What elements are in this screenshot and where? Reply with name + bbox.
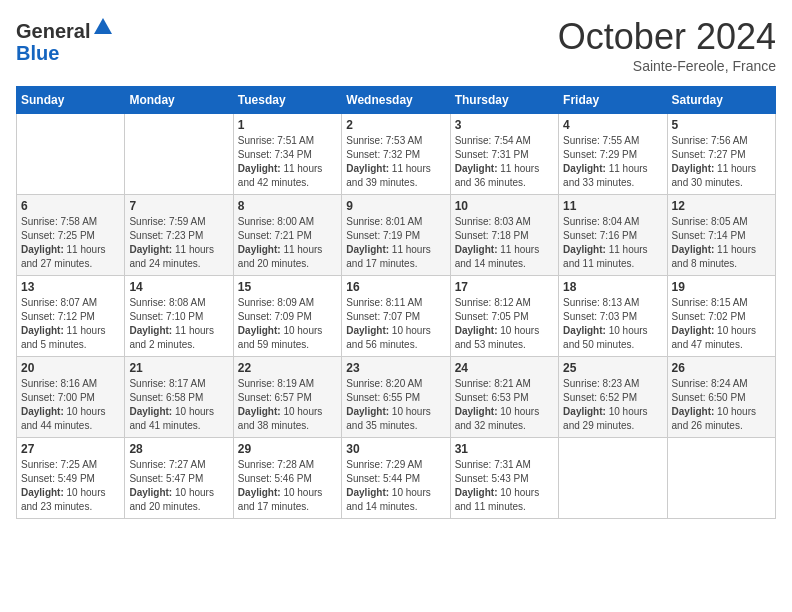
calendar-cell: 31Sunrise: 7:31 AMSunset: 5:43 PMDayligh…: [450, 438, 558, 519]
day-number: 5: [672, 118, 771, 132]
header-thursday: Thursday: [450, 87, 558, 114]
header-friday: Friday: [559, 87, 667, 114]
svg-marker-0: [94, 18, 112, 34]
day-info: Sunrise: 7:55 AMSunset: 7:29 PMDaylight:…: [563, 134, 662, 190]
day-info: Sunrise: 8:20 AMSunset: 6:55 PMDaylight:…: [346, 377, 445, 433]
day-info: Sunrise: 7:28 AMSunset: 5:46 PMDaylight:…: [238, 458, 337, 514]
day-number: 2: [346, 118, 445, 132]
day-number: 10: [455, 199, 554, 213]
logo-icon: [92, 16, 114, 38]
calendar-cell: 1Sunrise: 7:51 AMSunset: 7:34 PMDaylight…: [233, 114, 341, 195]
calendar-cell: 7Sunrise: 7:59 AMSunset: 7:23 PMDaylight…: [125, 195, 233, 276]
day-number: 7: [129, 199, 228, 213]
calendar-cell: 6Sunrise: 7:58 AMSunset: 7:25 PMDaylight…: [17, 195, 125, 276]
calendar-cell: 30Sunrise: 7:29 AMSunset: 5:44 PMDayligh…: [342, 438, 450, 519]
day-number: 12: [672, 199, 771, 213]
calendar-cell: [17, 114, 125, 195]
calendar-cell: 26Sunrise: 8:24 AMSunset: 6:50 PMDayligh…: [667, 357, 775, 438]
calendar-week-row: 20Sunrise: 8:16 AMSunset: 7:00 PMDayligh…: [17, 357, 776, 438]
calendar-cell: 11Sunrise: 8:04 AMSunset: 7:16 PMDayligh…: [559, 195, 667, 276]
day-number: 23: [346, 361, 445, 375]
day-number: 21: [129, 361, 228, 375]
days-of-week-row: Sunday Monday Tuesday Wednesday Thursday…: [17, 87, 776, 114]
day-info: Sunrise: 8:08 AMSunset: 7:10 PMDaylight:…: [129, 296, 228, 352]
day-number: 18: [563, 280, 662, 294]
header-monday: Monday: [125, 87, 233, 114]
logo-blue-text: Blue: [16, 42, 59, 64]
calendar-cell: 23Sunrise: 8:20 AMSunset: 6:55 PMDayligh…: [342, 357, 450, 438]
calendar-cell: 24Sunrise: 8:21 AMSunset: 6:53 PMDayligh…: [450, 357, 558, 438]
day-number: 24: [455, 361, 554, 375]
day-info: Sunrise: 7:31 AMSunset: 5:43 PMDaylight:…: [455, 458, 554, 514]
calendar-cell: 25Sunrise: 8:23 AMSunset: 6:52 PMDayligh…: [559, 357, 667, 438]
calendar-cell: 10Sunrise: 8:03 AMSunset: 7:18 PMDayligh…: [450, 195, 558, 276]
day-info: Sunrise: 7:25 AMSunset: 5:49 PMDaylight:…: [21, 458, 120, 514]
calendar-body: 1Sunrise: 7:51 AMSunset: 7:34 PMDaylight…: [17, 114, 776, 519]
day-info: Sunrise: 8:21 AMSunset: 6:53 PMDaylight:…: [455, 377, 554, 433]
calendar-cell: 13Sunrise: 8:07 AMSunset: 7:12 PMDayligh…: [17, 276, 125, 357]
logo-general-text: General: [16, 20, 90, 42]
calendar-cell: 2Sunrise: 7:53 AMSunset: 7:32 PMDaylight…: [342, 114, 450, 195]
calendar-cell: 20Sunrise: 8:16 AMSunset: 7:00 PMDayligh…: [17, 357, 125, 438]
header-tuesday: Tuesday: [233, 87, 341, 114]
day-info: Sunrise: 8:11 AMSunset: 7:07 PMDaylight:…: [346, 296, 445, 352]
day-number: 22: [238, 361, 337, 375]
calendar-cell: 4Sunrise: 7:55 AMSunset: 7:29 PMDaylight…: [559, 114, 667, 195]
header-saturday: Saturday: [667, 87, 775, 114]
calendar-header: Sunday Monday Tuesday Wednesday Thursday…: [17, 87, 776, 114]
calendar-cell: 12Sunrise: 8:05 AMSunset: 7:14 PMDayligh…: [667, 195, 775, 276]
day-number: 14: [129, 280, 228, 294]
header-wednesday: Wednesday: [342, 87, 450, 114]
calendar-cell: 21Sunrise: 8:17 AMSunset: 6:58 PMDayligh…: [125, 357, 233, 438]
calendar-cell: 22Sunrise: 8:19 AMSunset: 6:57 PMDayligh…: [233, 357, 341, 438]
calendar-cell: 14Sunrise: 8:08 AMSunset: 7:10 PMDayligh…: [125, 276, 233, 357]
calendar-week-row: 13Sunrise: 8:07 AMSunset: 7:12 PMDayligh…: [17, 276, 776, 357]
calendar-cell: 5Sunrise: 7:56 AMSunset: 7:27 PMDaylight…: [667, 114, 775, 195]
title-block: October 2024 Sainte-Fereole, France: [558, 16, 776, 74]
calendar-cell: 28Sunrise: 7:27 AMSunset: 5:47 PMDayligh…: [125, 438, 233, 519]
day-info: Sunrise: 8:13 AMSunset: 7:03 PMDaylight:…: [563, 296, 662, 352]
location-subtitle: Sainte-Fereole, France: [558, 58, 776, 74]
day-info: Sunrise: 8:04 AMSunset: 7:16 PMDaylight:…: [563, 215, 662, 271]
day-number: 13: [21, 280, 120, 294]
calendar-cell: 3Sunrise: 7:54 AMSunset: 7:31 PMDaylight…: [450, 114, 558, 195]
day-info: Sunrise: 7:56 AMSunset: 7:27 PMDaylight:…: [672, 134, 771, 190]
calendar-cell: 17Sunrise: 8:12 AMSunset: 7:05 PMDayligh…: [450, 276, 558, 357]
day-number: 27: [21, 442, 120, 456]
day-number: 15: [238, 280, 337, 294]
day-info: Sunrise: 8:12 AMSunset: 7:05 PMDaylight:…: [455, 296, 554, 352]
day-info: Sunrise: 8:09 AMSunset: 7:09 PMDaylight:…: [238, 296, 337, 352]
day-info: Sunrise: 8:23 AMSunset: 6:52 PMDaylight:…: [563, 377, 662, 433]
day-number: 1: [238, 118, 337, 132]
calendar-cell: 19Sunrise: 8:15 AMSunset: 7:02 PMDayligh…: [667, 276, 775, 357]
page-header: General Blue October 2024 Sainte-Fereole…: [16, 16, 776, 74]
calendar-cell: [559, 438, 667, 519]
calendar-week-row: 27Sunrise: 7:25 AMSunset: 5:49 PMDayligh…: [17, 438, 776, 519]
calendar-week-row: 6Sunrise: 7:58 AMSunset: 7:25 PMDaylight…: [17, 195, 776, 276]
calendar-cell: 27Sunrise: 7:25 AMSunset: 5:49 PMDayligh…: [17, 438, 125, 519]
calendar-cell: 9Sunrise: 8:01 AMSunset: 7:19 PMDaylight…: [342, 195, 450, 276]
month-title: October 2024: [558, 16, 776, 58]
day-number: 3: [455, 118, 554, 132]
day-number: 9: [346, 199, 445, 213]
day-number: 11: [563, 199, 662, 213]
day-info: Sunrise: 8:19 AMSunset: 6:57 PMDaylight:…: [238, 377, 337, 433]
day-number: 17: [455, 280, 554, 294]
day-info: Sunrise: 8:05 AMSunset: 7:14 PMDaylight:…: [672, 215, 771, 271]
day-info: Sunrise: 8:17 AMSunset: 6:58 PMDaylight:…: [129, 377, 228, 433]
calendar-cell: 29Sunrise: 7:28 AMSunset: 5:46 PMDayligh…: [233, 438, 341, 519]
day-number: 31: [455, 442, 554, 456]
day-info: Sunrise: 7:29 AMSunset: 5:44 PMDaylight:…: [346, 458, 445, 514]
day-number: 20: [21, 361, 120, 375]
calendar-cell: 16Sunrise: 8:11 AMSunset: 7:07 PMDayligh…: [342, 276, 450, 357]
day-info: Sunrise: 7:53 AMSunset: 7:32 PMDaylight:…: [346, 134, 445, 190]
day-info: Sunrise: 8:24 AMSunset: 6:50 PMDaylight:…: [672, 377, 771, 433]
day-number: 25: [563, 361, 662, 375]
day-info: Sunrise: 7:51 AMSunset: 7:34 PMDaylight:…: [238, 134, 337, 190]
day-number: 28: [129, 442, 228, 456]
day-info: Sunrise: 7:58 AMSunset: 7:25 PMDaylight:…: [21, 215, 120, 271]
day-number: 26: [672, 361, 771, 375]
day-info: Sunrise: 7:54 AMSunset: 7:31 PMDaylight:…: [455, 134, 554, 190]
day-info: Sunrise: 8:00 AMSunset: 7:21 PMDaylight:…: [238, 215, 337, 271]
day-number: 30: [346, 442, 445, 456]
